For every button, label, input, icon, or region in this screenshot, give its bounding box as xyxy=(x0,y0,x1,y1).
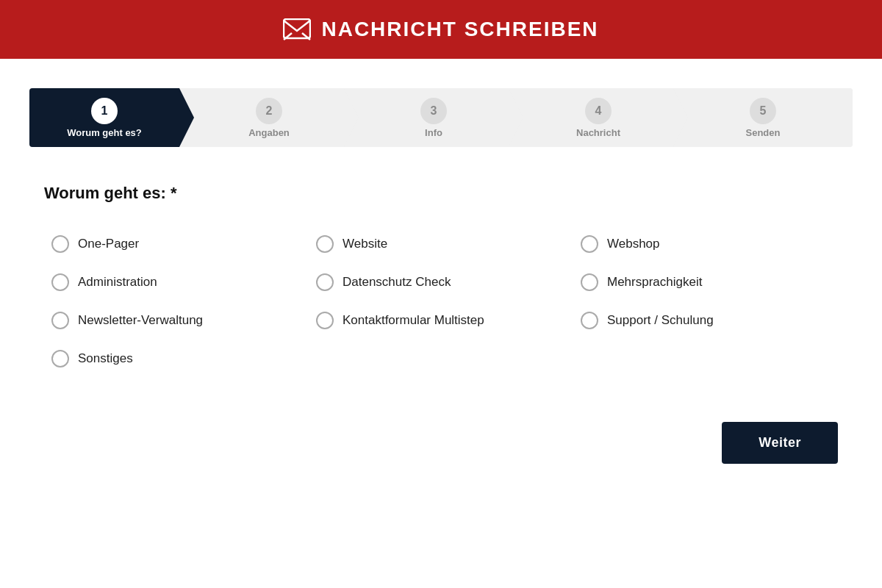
step-4-label: Nachricht xyxy=(576,127,620,138)
option-one-pager[interactable]: One-Pager xyxy=(44,225,309,263)
option-datenschutz-label: Datenschutz Check xyxy=(343,275,451,290)
stepper: 1 Worum geht es? 2 Angaben 3 Info 4 Nach… xyxy=(29,88,853,147)
step-5-number: 5 xyxy=(750,98,776,124)
option-empty-2 xyxy=(573,340,838,378)
page-header: Nachricht schreiben xyxy=(0,0,882,59)
form-section: Worum geht es: * One-Pager Website Websh… xyxy=(29,184,853,378)
radio-datenschutz[interactable] xyxy=(316,273,334,291)
step-1[interactable]: 1 Worum geht es? xyxy=(29,88,194,147)
options-grid: One-Pager Website Webshop Administration… xyxy=(44,225,838,378)
step-3-label: Info xyxy=(425,127,442,138)
option-kontaktformular[interactable]: Kontaktformular Multistep xyxy=(309,301,573,340)
radio-administration[interactable] xyxy=(51,273,69,291)
step-3[interactable]: 3 Info xyxy=(359,88,523,147)
option-administration[interactable]: Administration xyxy=(44,263,309,301)
page-title: Nachricht schreiben xyxy=(321,18,598,41)
option-webshop-label: Webshop xyxy=(607,237,660,251)
radio-support[interactable] xyxy=(581,312,598,329)
radio-sonstiges[interactable] xyxy=(51,350,69,368)
option-one-pager-label: One-Pager xyxy=(78,237,139,251)
option-kontaktformular-label: Kontaktformular Multistep xyxy=(343,313,484,328)
step-1-label: Worum geht es? xyxy=(67,127,142,138)
radio-webshop[interactable] xyxy=(581,235,598,253)
option-webshop[interactable]: Webshop xyxy=(573,225,838,263)
option-sonstiges-label: Sonstiges xyxy=(78,351,133,366)
step-5[interactable]: 5 Senden xyxy=(688,88,853,147)
option-newsletter-label: Newsletter-Verwaltung xyxy=(78,313,203,328)
step-1-number: 1 xyxy=(91,98,118,124)
footer: Weiter xyxy=(29,407,853,486)
radio-one-pager[interactable] xyxy=(51,235,69,253)
step-3-number: 3 xyxy=(420,98,447,124)
radio-kontaktformular[interactable] xyxy=(316,312,334,329)
option-website-label: Website xyxy=(343,237,387,251)
form-title: Worum geht es: * xyxy=(44,184,838,203)
option-support[interactable]: Support / Schulung xyxy=(573,301,838,340)
option-sonstiges[interactable]: Sonstiges xyxy=(44,340,309,378)
step-4-number: 4 xyxy=(585,98,612,124)
option-mehrsprachigkeit-label: Mehrsprachigkeit xyxy=(607,275,702,290)
mail-icon xyxy=(283,18,311,40)
option-mehrsprachigkeit[interactable]: Mehrsprachigkeit xyxy=(573,263,838,301)
step-4[interactable]: 4 Nachricht xyxy=(523,88,688,147)
main-content: 1 Worum geht es? 2 Angaben 3 Info 4 Nach… xyxy=(0,59,882,515)
step-2-label: Angaben xyxy=(248,127,290,138)
option-website[interactable]: Website xyxy=(309,225,573,263)
weiter-button[interactable]: Weiter xyxy=(722,422,838,464)
radio-mehrsprachigkeit[interactable] xyxy=(581,273,598,291)
step-5-label: Senden xyxy=(746,127,781,138)
radio-newsletter[interactable] xyxy=(51,312,69,329)
step-2-number: 2 xyxy=(256,98,282,124)
option-newsletter[interactable]: Newsletter-Verwaltung xyxy=(44,301,309,340)
option-empty-1 xyxy=(309,340,573,378)
step-2[interactable]: 2 Angaben xyxy=(194,88,359,147)
option-administration-label: Administration xyxy=(78,275,157,290)
radio-website[interactable] xyxy=(316,235,334,253)
option-datenschutz[interactable]: Datenschutz Check xyxy=(309,263,573,301)
option-support-label: Support / Schulung xyxy=(607,313,714,328)
